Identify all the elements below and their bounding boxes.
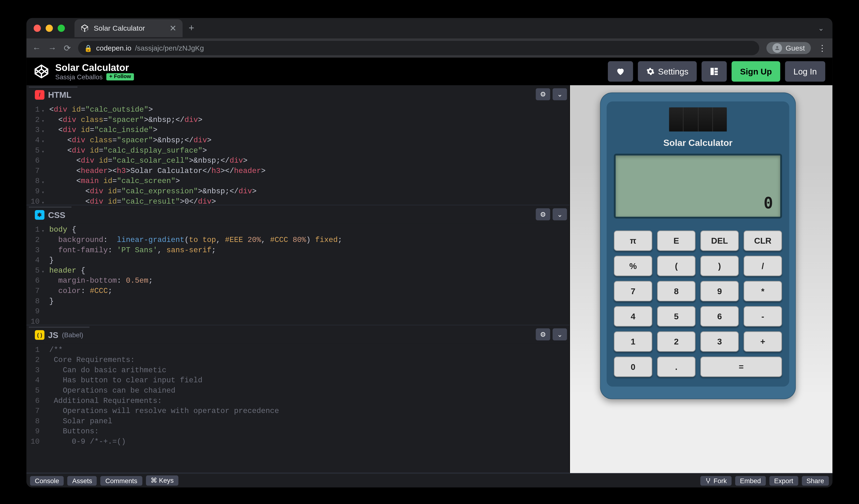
calc-button-/[interactable]: / — [743, 256, 782, 276]
html-badge-icon: / — [35, 90, 44, 100]
calc-button-5[interactable]: 5 — [657, 306, 695, 326]
calc-button-DEL[interactable]: DEL — [700, 230, 739, 251]
calc-button-7[interactable]: 7 — [614, 281, 652, 301]
avatar-icon — [772, 43, 782, 53]
guest-label: Guest — [786, 44, 805, 52]
js-collapse-icon[interactable]: ⌄ — [553, 329, 567, 340]
embed-button[interactable]: Embed — [735, 476, 766, 485]
assets-button[interactable]: Assets — [67, 476, 97, 485]
calc-button-6[interactable]: 6 — [700, 306, 739, 326]
svg-point-0 — [776, 46, 778, 48]
calc-button-9[interactable]: 9 — [700, 281, 739, 301]
close-tab-icon[interactable]: ✕ — [169, 24, 177, 33]
login-button[interactable]: Log In — [785, 61, 825, 82]
reload-button[interactable]: ⟳ — [64, 43, 71, 53]
calc-result: 0 — [764, 194, 773, 212]
calc-button-3[interactable]: 3 — [700, 331, 739, 352]
url-input[interactable]: 🔒 codepen.io/sassjajc/pen/zNJgKg — [78, 41, 759, 55]
calc-button-.[interactable]: . — [657, 357, 695, 377]
calc-screen: 0 — [614, 154, 782, 219]
close-window-icon[interactable] — [33, 25, 41, 32]
layout-icon — [709, 66, 719, 76]
calc-button-)[interactable]: ) — [700, 256, 739, 276]
calc-button-4[interactable]: 4 — [614, 306, 652, 326]
calc-button-8[interactable]: 8 — [657, 281, 695, 301]
svg-point-6 — [709, 478, 710, 479]
fork-button[interactable]: Fork — [700, 476, 732, 485]
browser-window: Solar Calculator ✕ + ⌄ ← → ⟳ 🔒 codepen.i… — [26, 18, 832, 487]
pen-title: Solar Calculator — [55, 62, 134, 73]
calc-button-*[interactable]: * — [743, 281, 782, 301]
calc-button-0[interactable]: 0 — [614, 357, 652, 377]
calc-button--[interactable]: - — [743, 306, 782, 326]
svg-rect-4 — [715, 74, 718, 75]
html-editor[interactable]: 12345678910 <div id="calc_outside"> <div… — [26, 103, 569, 205]
signup-button[interactable]: Sign Up — [732, 61, 780, 82]
js-panel-header: ( ) JS (Babel) ⚙ ⌄ — [26, 325, 569, 343]
js-label: JS — [48, 330, 58, 340]
new-tab-button[interactable]: + — [189, 23, 194, 33]
calc-button-([interactable]: ( — [657, 256, 695, 276]
calc-button-+[interactable]: + — [743, 331, 782, 352]
calc-button-%[interactable]: % — [614, 256, 652, 276]
css-settings-icon[interactable]: ⚙ — [536, 209, 550, 220]
js-sub-label: (Babel) — [62, 331, 83, 338]
tab-favicon-icon — [80, 24, 89, 32]
calc-button-CLR[interactable]: CLR — [743, 230, 782, 251]
fork-icon — [705, 478, 711, 484]
address-bar: ← → ⟳ 🔒 codepen.io/sassjajc/pen/zNJgKg G… — [26, 38, 832, 58]
browser-tab[interactable]: Solar Calculator ✕ — [75, 19, 183, 37]
js-tab[interactable]: ( ) JS (Babel) — [29, 326, 89, 342]
tabs-dropdown-icon[interactable]: ⌄ — [818, 24, 824, 32]
share-button[interactable]: Share — [802, 476, 829, 485]
calc-title: Solar Calculator — [614, 137, 782, 148]
calc-button-1[interactable]: 1 — [614, 331, 652, 352]
css-label: CSS — [48, 210, 65, 220]
css-badge-icon: ✱ — [35, 210, 44, 220]
html-tab[interactable]: / HTML — [29, 87, 77, 102]
like-button[interactable] — [607, 61, 633, 82]
browser-menu-icon[interactable]: ⋮ — [818, 43, 826, 53]
keys-button[interactable]: ⌘ Keys — [146, 475, 179, 486]
lock-icon: 🔒 — [84, 44, 92, 52]
follow-button[interactable]: + Follow — [106, 73, 134, 80]
window-controls — [33, 25, 65, 32]
css-panel: ✱ CSS ⚙ ⌄ 12345678910 body { background:… — [26, 205, 569, 325]
tab-strip: Solar Calculator ✕ + ⌄ — [26, 18, 832, 38]
settings-button[interactable]: Settings — [637, 61, 697, 82]
main-area: / HTML ⚙ ⌄ 12345678910 <div id="calc_out… — [26, 85, 832, 473]
editors-column: / HTML ⚙ ⌄ 12345678910 <div id="calc_out… — [26, 85, 570, 473]
comments-button[interactable]: Comments — [101, 476, 142, 485]
calc-inside: Solar Calculator 0 πEDELCLR%()/789*456-1… — [607, 102, 789, 387]
calc-button-π[interactable]: π — [614, 230, 652, 251]
forward-button[interactable]: → — [48, 43, 56, 53]
preview-pane: Solar Calculator 0 πEDELCLR%()/789*456-1… — [570, 85, 832, 473]
codepen-footer: Console Assets Comments ⌘ Keys Fork Embe… — [26, 473, 832, 487]
back-button[interactable]: ← — [32, 43, 41, 53]
layout-button[interactable] — [702, 61, 727, 82]
export-button[interactable]: Export — [769, 476, 798, 485]
html-panel: / HTML ⚙ ⌄ 12345678910 <div id="calc_out… — [26, 85, 569, 205]
pen-author[interactable]: Sassja Ceballos — [55, 73, 103, 80]
url-host: codepen.io — [96, 44, 131, 52]
profile-chip[interactable]: Guest — [767, 42, 811, 54]
calc-button-=[interactable]: = — [700, 357, 782, 377]
maximize-window-icon[interactable] — [58, 25, 65, 32]
js-editor[interactable]: 12345678910 /** Core Requirements: Can d… — [26, 343, 569, 472]
html-settings-icon[interactable]: ⚙ — [536, 88, 550, 100]
calc-buttons: πEDELCLR%()/789*456-123+0.= — [614, 230, 782, 377]
svg-rect-3 — [715, 71, 718, 73]
js-settings-icon[interactable]: ⚙ — [536, 329, 550, 340]
html-panel-header: / HTML ⚙ ⌄ — [26, 85, 569, 103]
calc-button-E[interactable]: E — [657, 230, 695, 251]
css-tab[interactable]: ✱ CSS — [29, 207, 71, 222]
css-editor[interactable]: 12345678910 body { background: linear-gr… — [26, 223, 569, 325]
calc-button-2[interactable]: 2 — [657, 331, 695, 352]
minimize-window-icon[interactable] — [46, 25, 53, 32]
html-collapse-icon[interactable]: ⌄ — [553, 88, 567, 100]
js-panel: ( ) JS (Babel) ⚙ ⌄ 12345678910 /** Core … — [26, 325, 569, 473]
console-button[interactable]: Console — [30, 476, 64, 485]
css-collapse-icon[interactable]: ⌄ — [553, 209, 567, 220]
codepen-logo-icon[interactable] — [33, 64, 49, 79]
solar-cell — [669, 108, 727, 132]
